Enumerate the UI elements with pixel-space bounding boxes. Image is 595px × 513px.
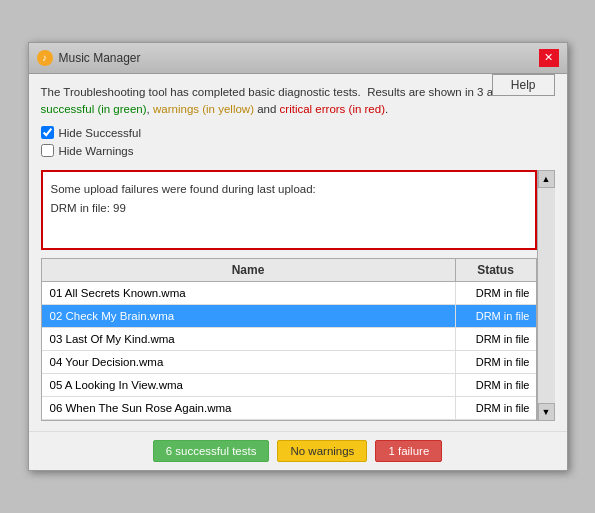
table-row[interactable]: 02 Check My Brain.wma DRM in file	[42, 305, 536, 328]
hide-successful-label: Hide Successful	[59, 127, 141, 139]
error-line1: Some upload failures were found during l…	[51, 180, 527, 198]
file-status: DRM in file	[456, 397, 536, 419]
hide-warnings-checkbox[interactable]	[41, 144, 54, 157]
file-name: 05 A Looking In View.wma	[42, 374, 456, 396]
col-header-status: Status	[456, 259, 536, 281]
table-row[interactable]: 03 Last Of My Kind.wma DRM in file	[42, 328, 536, 351]
file-status: DRM in file	[456, 328, 536, 350]
inner-content: Some upload failures were found during l…	[41, 170, 537, 421]
table-header: Name Status	[42, 259, 536, 282]
red-label: critical errors (in red)	[280, 103, 385, 115]
main-window: ♪ Music Manager ✕ The Troubleshooting to…	[28, 42, 568, 472]
error-box: Some upload failures were found during l…	[41, 170, 537, 250]
table-row[interactable]: 01 All Secrets Known.wma DRM in file	[42, 282, 536, 305]
app-icon: ♪	[37, 50, 53, 66]
hide-warnings-row: Hide Warnings	[41, 144, 141, 157]
error-line2: DRM in file: 99	[51, 199, 527, 217]
window-title: Music Manager	[59, 51, 141, 65]
file-table: Name Status 01 All Secrets Known.wma DRM…	[41, 258, 537, 421]
success-pill: 6 successful tests	[153, 440, 270, 462]
header-area: Hide Successful Hide Warnings Help	[41, 126, 555, 162]
scrollable-area: Some upload failures were found during l…	[41, 170, 555, 421]
checkbox-area: Hide Successful Hide Warnings	[41, 126, 141, 162]
scroll-up-button[interactable]: ▲	[538, 170, 555, 188]
scroll-track	[538, 188, 555, 403]
col-header-name: Name	[42, 259, 456, 281]
file-name: 02 Check My Brain.wma	[42, 305, 456, 327]
warnings-pill: No warnings	[277, 440, 367, 462]
close-button[interactable]: ✕	[539, 49, 559, 67]
info-text: The Troubleshooting tool has completed b…	[41, 84, 555, 119]
file-status: DRM in file	[456, 305, 536, 327]
file-status: DRM in file	[456, 282, 536, 304]
hide-successful-row: Hide Successful	[41, 126, 141, 139]
file-name: 06 When The Sun Rose Again.wma	[42, 397, 456, 419]
file-name: 01 All Secrets Known.wma	[42, 282, 456, 304]
file-name: 04 Your Decision.wma	[42, 351, 456, 373]
table-row[interactable]: 06 When The Sun Rose Again.wma DRM in fi…	[42, 397, 536, 420]
hide-warnings-label: Hide Warnings	[59, 145, 134, 157]
table-row[interactable]: 04 Your Decision.wma DRM in file	[42, 351, 536, 374]
failure-pill: 1 failure	[375, 440, 442, 462]
help-button[interactable]: Help	[492, 74, 555, 96]
table-rows: 01 All Secrets Known.wma DRM in file 02 …	[42, 282, 536, 420]
main-content-area: The Troubleshooting tool has completed b…	[29, 74, 567, 432]
file-status: DRM in file	[456, 374, 536, 396]
green-label: successful (in green)	[41, 103, 147, 115]
bottom-bar: 6 successful tests No warnings 1 failure	[29, 431, 567, 470]
scroll-down-button[interactable]: ▼	[538, 403, 555, 421]
title-bar: ♪ Music Manager ✕	[29, 43, 567, 74]
title-bar-left: ♪ Music Manager	[37, 50, 141, 66]
yellow-label: warnings (in yellow)	[153, 103, 254, 115]
file-name: 03 Last Of My Kind.wma	[42, 328, 456, 350]
hide-successful-checkbox[interactable]	[41, 126, 54, 139]
outer-scrollbar: ▲ ▼	[537, 170, 555, 421]
table-row[interactable]: 05 A Looking In View.wma DRM in file	[42, 374, 536, 397]
file-status: DRM in file	[456, 351, 536, 373]
